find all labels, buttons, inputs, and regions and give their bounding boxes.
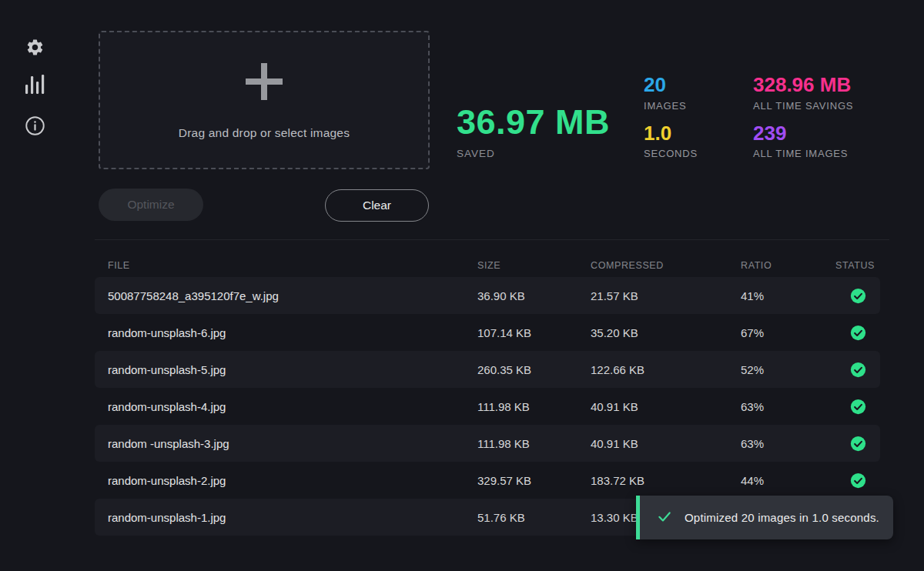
stat-images-value: 20 <box>644 74 698 96</box>
table-row: random-unsplash-4.jpg111.98 KB40.91 KB63… <box>95 388 880 425</box>
header-ratio: RATIO <box>741 260 772 271</box>
divider <box>95 239 889 240</box>
cell-file: random-unsplash-1.jpg <box>108 499 226 536</box>
stat-seconds-value: 1.0 <box>644 122 698 145</box>
cell-ratio: 63% <box>741 425 764 462</box>
check-circle-icon <box>835 314 880 351</box>
check-icon <box>657 509 672 527</box>
stat-column-alltime: 328.96 MB ALL TIME SAVINGS 239 ALL TIME … <box>753 74 853 159</box>
toast-message: Optimized 20 images in 1.0 seconds. <box>685 511 879 524</box>
check-circle-icon <box>835 462 880 499</box>
dropzone[interactable]: Drag and drop or select images <box>99 31 430 169</box>
cell-size: 51.76 KB <box>477 499 525 536</box>
stat-column-session: 20 IMAGES 1.0 SECONDS <box>644 74 698 159</box>
bar-chart-icon <box>24 72 45 95</box>
stat-alltime-savings-value: 328.96 MB <box>753 74 853 96</box>
cell-ratio: 52% <box>741 351 764 388</box>
stat-saved-label: SAVED <box>457 148 610 159</box>
cell-size: 111.98 KB <box>477 388 530 425</box>
settings-button[interactable] <box>23 35 46 58</box>
cell-compressed: 40.91 KB <box>591 425 638 462</box>
cell-file: random-unsplash-5.jpg <box>108 351 226 388</box>
cell-compressed: 183.72 KB <box>591 462 644 499</box>
stat-alltime-savings-label: ALL TIME SAVINGS <box>753 100 853 112</box>
info-button[interactable] <box>23 114 46 137</box>
cell-file: random-unsplash-4.jpg <box>108 388 226 425</box>
stats-button[interactable] <box>23 72 46 95</box>
cell-file: random-unsplash-6.jpg <box>108 314 226 351</box>
check-circle-icon <box>835 277 880 314</box>
cell-ratio: 67% <box>741 314 764 351</box>
cell-size: 107.14 KB <box>477 314 531 351</box>
gear-icon <box>25 38 45 57</box>
header-status: STATUS <box>835 260 875 271</box>
cell-ratio: 63% <box>741 388 764 425</box>
cell-compressed: 35.20 KB <box>591 314 638 351</box>
cell-size: 111.98 KB <box>477 425 530 462</box>
cell-ratio: 41% <box>741 277 764 314</box>
cell-compressed: 122.66 KB <box>591 351 644 388</box>
cell-size: 329.57 KB <box>477 462 531 499</box>
table-row: random -unsplash-3.jpg111.98 KB40.91 KB6… <box>95 425 880 462</box>
cell-compressed: 13.30 KB <box>591 499 638 536</box>
check-circle-icon <box>835 388 880 425</box>
cell-compressed: 40.91 KB <box>591 388 638 425</box>
cell-ratio: 44% <box>741 462 764 499</box>
stat-images: 20 IMAGES <box>644 74 698 112</box>
check-circle-icon <box>835 351 880 388</box>
stat-alltime-images: 239 ALL TIME IMAGES <box>753 122 853 160</box>
table-row: random-unsplash-6.jpg107.14 KB35.20 KB67… <box>95 314 880 351</box>
toast-notification: Optimized 20 images in 1.0 seconds. <box>636 496 893 539</box>
info-icon <box>25 115 45 136</box>
header-compressed: COMPRESSED <box>591 260 664 271</box>
check-circle-icon <box>835 425 880 462</box>
header-file: FILE <box>108 260 130 271</box>
cell-size: 36.90 KB <box>477 277 525 314</box>
table-row: random-unsplash-2.jpg329.57 KB183.72 KB4… <box>95 462 880 499</box>
table-row: 50087758248_a395120f7e_w.jpg36.90 KB21.5… <box>95 277 880 314</box>
stat-saved: 36.97 MB SAVED <box>457 103 610 159</box>
cell-file: random -unsplash-3.jpg <box>108 425 229 462</box>
cell-size: 260.35 KB <box>477 351 531 388</box>
stat-saved-value: 36.97 MB <box>457 103 610 142</box>
cell-compressed: 21.57 KB <box>591 277 638 314</box>
stat-alltime-savings: 328.96 MB ALL TIME SAVINGS <box>753 74 853 112</box>
stat-alltime-images-label: ALL TIME IMAGES <box>753 148 853 159</box>
table-row: random-unsplash-5.jpg260.35 KB122.66 KB5… <box>95 351 880 388</box>
dropzone-label: Drag and drop or select images <box>179 126 350 140</box>
clear-button[interactable]: Clear <box>325 189 429 222</box>
sidebar <box>0 0 69 571</box>
stat-images-label: IMAGES <box>644 100 698 112</box>
table-header: FILE SIZE COMPRESSED RATIO STATUS <box>95 260 880 277</box>
stat-seconds: 1.0 SECONDS <box>644 122 698 160</box>
cell-file: 50087758248_a395120f7e_w.jpg <box>108 277 279 314</box>
stat-alltime-images-value: 239 <box>753 122 853 145</box>
cell-file: random-unsplash-2.jpg <box>108 462 226 499</box>
stat-seconds-label: SECONDS <box>644 148 698 159</box>
header-size: SIZE <box>477 260 500 271</box>
plus-icon <box>246 63 283 103</box>
optimize-button[interactable]: Optimize <box>99 189 203 221</box>
results-table: FILE SIZE COMPRESSED RATIO STATUS 500877… <box>95 260 880 536</box>
